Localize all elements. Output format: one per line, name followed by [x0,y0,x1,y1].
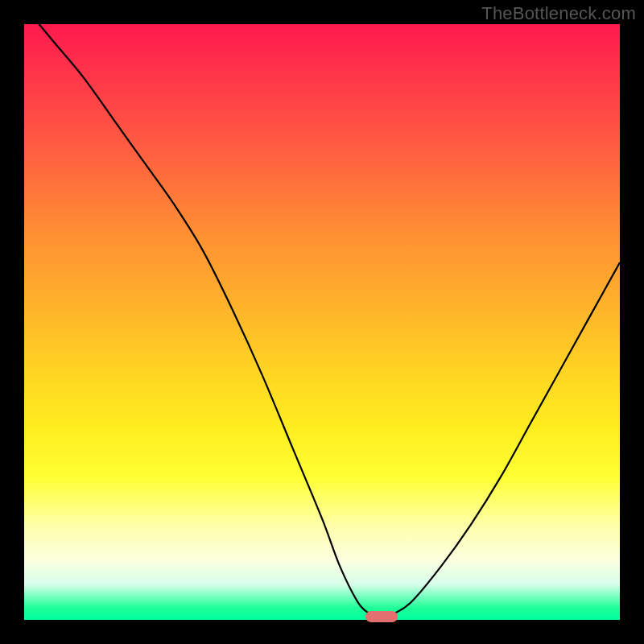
chart-frame: TheBottleneck.com [0,0,644,644]
watermark-text: TheBottleneck.com [481,3,636,24]
plot-area [24,24,620,620]
chart-canvas[interactable] [24,24,620,620]
